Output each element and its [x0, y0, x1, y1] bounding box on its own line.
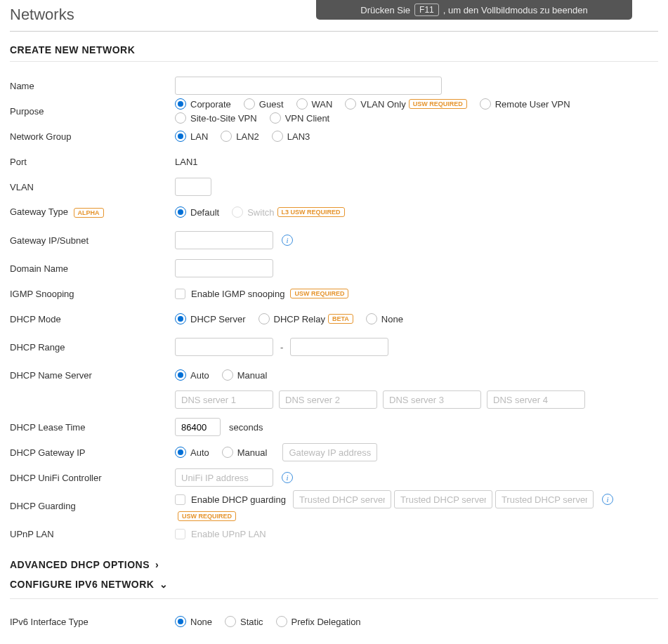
dns2-input: [279, 390, 377, 409]
ns-auto[interactable]: Auto: [175, 369, 209, 381]
label-dhcp-ns: DHCP Name Server: [10, 370, 175, 381]
netgroup-lan3[interactable]: LAN3: [272, 131, 310, 142]
label-ipv6-type: IPv6 Interface Type: [10, 617, 175, 627]
info-icon[interactable]: i: [282, 235, 293, 246]
gwtype-switch: SwitchL3 USW REQUIRED: [232, 206, 344, 218]
netgroup-lan[interactable]: LAN: [175, 131, 208, 142]
ipv6-none[interactable]: None: [175, 616, 212, 627]
badge-beta: BETA: [328, 314, 353, 324]
badge-l3usw: L3 USW REQUIRED: [277, 207, 345, 217]
label-dhcp-mode: DHCP Mode: [10, 314, 175, 324]
label-gateway-type: Gateway Type ALPHA: [10, 206, 175, 218]
label-dhcp-guard: DHCP Guarding: [10, 501, 175, 511]
label-vlan: VLAN: [10, 182, 175, 192]
purpose-vpn-client[interactable]: VPN Client: [270, 112, 330, 124]
purpose-remote-vpn[interactable]: Remote User VPN: [480, 98, 570, 110]
upnp-checkbox: Enable UPnP LAN: [175, 529, 266, 539]
vlan-input[interactable]: [175, 178, 211, 196]
chevron-down-icon: ⌄: [159, 579, 169, 590]
lease-suffix: seconds: [229, 422, 263, 433]
unifi-ip-input[interactable]: [175, 468, 273, 487]
fullscreen-banner: Drücken Sie F11 , um den Vollbildmodus z…: [316, 0, 632, 20]
gw-ip-input: [282, 443, 377, 461]
ns-manual[interactable]: Manual: [222, 369, 268, 381]
trusted-dhcp-2: [394, 490, 492, 508]
dhcp-range-start[interactable]: [175, 338, 273, 356]
gw-manual[interactable]: Manual: [222, 447, 268, 458]
trusted-dhcp-1: [293, 490, 391, 508]
info-icon[interactable]: i: [602, 494, 613, 505]
banner-prefix: Drücken Sie: [360, 5, 410, 15]
domain-name-input[interactable]: [175, 259, 273, 277]
chevron-right-icon: ›: [155, 559, 159, 570]
port-value: LAN1: [175, 157, 198, 167]
label-port: Port: [10, 157, 175, 167]
purpose-s2s-vpn[interactable]: Site-to-Site VPN: [175, 112, 257, 124]
dhcp-range-end[interactable]: [290, 338, 388, 356]
netgroup-lan2[interactable]: LAN2: [221, 131, 259, 142]
dns3-input: [383, 390, 481, 409]
purpose-corporate[interactable]: Corporate: [175, 98, 231, 110]
lease-input[interactable]: [175, 418, 221, 436]
badge-usw: USW REQUIRED: [409, 99, 467, 109]
badge-usw: USW REQUIRED: [290, 289, 348, 298]
badge-alpha: ALPHA: [74, 208, 104, 218]
label-dhcp-range: DHCP Range: [10, 342, 175, 353]
badge-usw: USW REQUIRED: [178, 511, 236, 521]
advanced-dhcp-toggle[interactable]: ADVANCED DHCP OPTIONS ›: [10, 555, 658, 574]
label-gateway-ip: Gateway IP/Subnet: [10, 235, 175, 246]
label-network-group: Network Group: [10, 131, 175, 142]
purpose-vlan-only[interactable]: VLAN OnlyUSW REQUIRED: [345, 98, 466, 110]
label-igmp: IGMP Snooping: [10, 289, 175, 299]
label-dhcp-lease: DHCP Lease Time: [10, 422, 175, 433]
label-dhcp-unifi: DHCP UniFi Controller: [10, 473, 175, 483]
label-domain-name: Domain Name: [10, 263, 175, 274]
f11-key: F11: [414, 4, 439, 16]
dns1-input: [175, 390, 273, 409]
configure-ipv6-toggle[interactable]: CONFIGURE IPV6 NETWORK ⌄: [10, 574, 658, 599]
label-dhcp-gw: DHCP Gateway IP: [10, 447, 175, 458]
label-purpose: Purpose: [10, 106, 175, 117]
label-upnp: UPnP LAN: [10, 529, 175, 539]
trusted-dhcp-3: [495, 490, 594, 508]
dhcp-none[interactable]: None: [366, 313, 403, 324]
info-icon[interactable]: i: [282, 472, 293, 483]
range-dash: -: [280, 342, 283, 353]
igmp-checkbox[interactable]: Enable IGMP snooping: [175, 289, 284, 299]
banner-suffix: , um den Vollbildmodus zu beenden: [443, 5, 588, 15]
ipv6-prefix[interactable]: Prefix Delegation: [276, 616, 361, 627]
purpose-wan[interactable]: WAN: [296, 98, 333, 110]
gateway-ip-input[interactable]: [175, 231, 273, 249]
label-name: Name: [10, 81, 175, 91]
guard-checkbox[interactable]: Enable DHCP guarding: [175, 494, 286, 505]
name-input[interactable]: [175, 77, 442, 95]
gwtype-default[interactable]: Default: [175, 206, 219, 218]
purpose-guest[interactable]: Guest: [244, 98, 284, 110]
dns4-input: [487, 390, 585, 409]
gw-auto[interactable]: Auto: [175, 447, 209, 458]
ipv6-static[interactable]: Static: [225, 616, 263, 627]
dhcp-server[interactable]: DHCP Server: [175, 313, 246, 324]
section-title: CREATE NEW NETWORK: [10, 44, 658, 62]
dhcp-relay[interactable]: DHCP RelayBETA: [258, 313, 353, 324]
